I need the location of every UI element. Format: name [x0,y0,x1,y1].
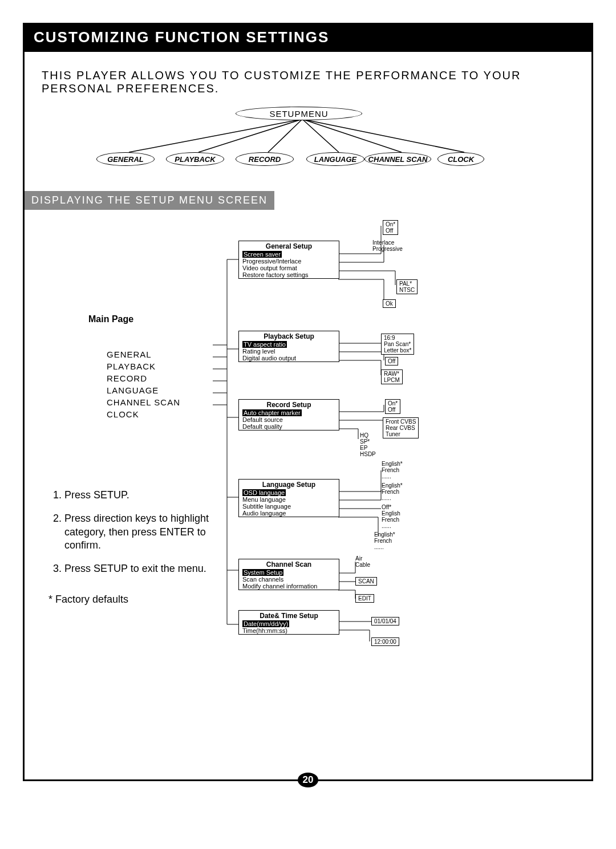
language-menu: Menu language [239,496,339,503]
general-setup-box: General Setup Screen saver Progressive/I… [238,241,339,279]
playback-setup-box: Playback Setup TV aspect ratio Rating le… [238,331,339,362]
svg-line-5 [302,119,464,152]
page-title: CUSTOMIZING FUNCTION SETTINGS [25,23,591,52]
channel-scan-system: System Setup [242,569,283,576]
main-page-label: Main Page [88,314,213,326]
step-2: Press direction keys to highlight catego… [64,512,213,552]
step-1: Press SETUP. [64,489,213,502]
opts-time: 12:00:00 [371,637,399,646]
record-setup-title: Record Setup [239,400,339,409]
language-audio: Audio language [239,510,339,517]
intro-text: THIS PLAYER ALLOWS YOU TO CUSTOMIZE THE … [25,52,591,107]
instruction-steps: Press SETUP. Press direction keys to hig… [42,489,213,576]
step-3: Press SETUP to exit the menu. [64,562,213,575]
svg-line-4 [302,119,402,152]
opts-screen-saver: On*Off [383,220,398,235]
playback-digital-audio: Digital audio output [239,355,339,361]
playback-setup-title: Playback Setup [239,331,339,341]
section-label: DISPLAYING THE SETUP MENU SCREEN [25,191,274,210]
opts-source: Front CVBSRear CVBSTuner [383,417,419,438]
opts-menu: English*French...... [382,482,403,501]
general-screen-saver: Screen saver [242,251,282,258]
general-progressive-interlace: Progressive/Interlace [239,258,339,265]
category-channel-scan: CHANNEL SCAN [364,152,431,166]
datetime-date: Date(mm/dd/yy) [242,620,289,627]
svg-line-3 [302,119,339,152]
language-setup-title: Language Setup [239,480,339,489]
page-number: 20 [298,773,318,787]
factory-defaults-note: * Factory defaults [48,593,213,606]
category-clock: CLOCK [437,152,484,166]
opts-rating: Off [385,357,398,365]
channel-scan-title: Channel Scan [239,559,339,569]
datetime-time: Time(hh:mm:ss) [239,627,339,634]
datetime-setup-title: Date& Time Setup [239,611,339,620]
menu-item-language: LANGUAGE [107,384,213,396]
opts-scan: SCAN [355,577,377,586]
opts-system: AirCable [355,555,370,568]
opts-restore: Ok [383,299,396,308]
language-subtitle: Subtitle language [239,503,339,510]
playback-rating: Rating level [239,348,339,355]
opts-audio: RAW*LPCM [381,369,403,384]
record-auto-chapter: Auto chapter marker [242,409,302,416]
opts-date: 01/01/04 [371,617,399,625]
record-setup-box: Record Setup Auto chapter marker Default… [238,399,339,430]
category-general: GENERAL [96,152,155,166]
opts-modify: EDIT [355,594,374,603]
menu-item-clock: CLOCK [107,408,213,420]
opts-progressive: InterlaceProgressive [372,239,403,252]
record-default-quality: Default quality [239,423,339,430]
opts-quality: HQSP*EPHSDP [360,432,376,457]
opts-aspect: 16:9Pan Scan*Letter box* [381,334,414,355]
general-restore: Restore factory settings [239,271,339,278]
general-video-output: Video output format [239,265,339,271]
main-page-menu: GENERAL PLAYBACK RECORD LANGUAGE CHANNEL… [107,348,213,420]
record-default-source: Default source [239,416,339,423]
opts-subtitle: Off*EnglishFrench...... [382,504,400,529]
channel-scan-box: Channel Scan System Setup Scan channels … [238,559,339,590]
category-playback: PLAYBACK [166,152,224,166]
opts-audio-lang: English*French...... [374,531,395,550]
category-language: LANGUAGE [306,152,364,166]
channel-scan-modify: Modify channel information [239,583,339,590]
setup-menu-root: SETUPMENU [236,107,362,120]
setup-tree-diagram: General Setup Screen saver Progressive/I… [213,217,591,606]
svg-line-0 [129,119,302,152]
menu-item-channel-scan: CHANNEL SCAN [107,396,213,408]
language-osd: OSD language [242,489,286,496]
menu-item-general: GENERAL [107,348,213,360]
datetime-setup-box: Date& Time Setup Date(mm/dd/yy) Time(hh:… [238,610,339,635]
opts-video: PAL*NTSC [396,279,418,294]
category-fan-diagram: SETUPMENU GENERAL PLAYBACK RECORD LANGUA… [42,107,574,169]
language-setup-box: Language Setup OSD language Menu languag… [238,479,339,517]
menu-item-playback: PLAYBACK [107,360,213,372]
channel-scan-scan: Scan channels [239,576,339,583]
general-setup-title: General Setup [239,241,339,251]
playback-tv-aspect: TV aspect ratio [242,341,287,348]
opts-chapter: On*Off [385,399,400,414]
menu-item-record: RECORD [107,372,213,384]
category-record: RECORD [236,152,294,166]
opts-osd: English*French...... [382,461,403,480]
svg-line-2 [268,119,302,152]
